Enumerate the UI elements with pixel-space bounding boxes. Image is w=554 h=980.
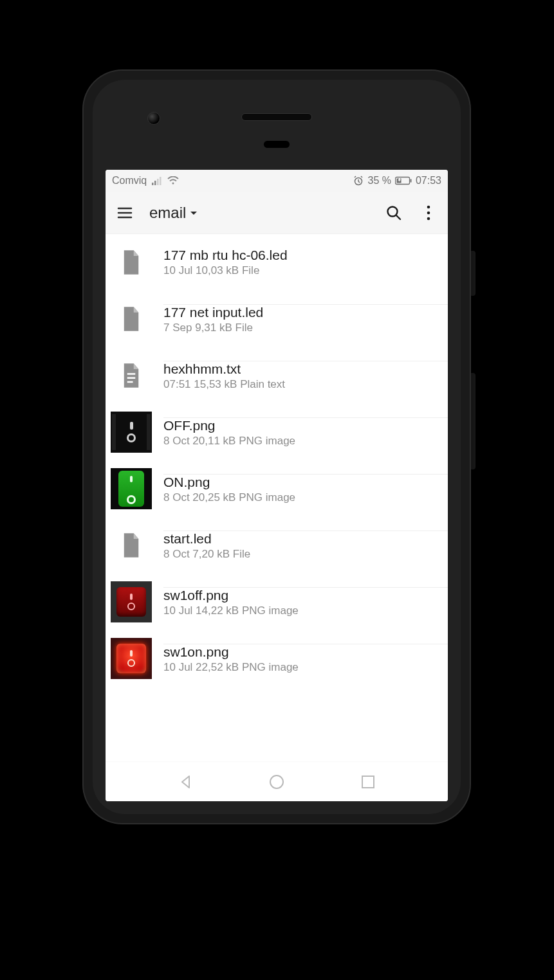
file-meta-label: 10 Jul 10,03 kB File: [163, 264, 440, 277]
earpiece-speaker: [241, 113, 312, 121]
file-row[interactable]: sw1on.png10 Jul 22,52 kB PNG image: [106, 630, 448, 687]
proximity-sensor: [264, 141, 290, 148]
signal-icon: [152, 176, 162, 185]
file-icon: [111, 298, 152, 340]
chevron-down-icon: [189, 208, 199, 218]
phone-frame: Comviq 35 % 07:53: [84, 71, 470, 823]
file-meta-label: 10 Jul 14,22 kB PNG image: [163, 604, 440, 617]
svg-rect-0: [152, 183, 154, 185]
file-icon: [111, 525, 152, 566]
folder-dropdown[interactable]: email: [149, 204, 199, 222]
front-camera: [147, 112, 160, 125]
hamburger-icon: [117, 206, 133, 219]
file-list[interactable]: 177 mb rtu hc-06.led10 Jul 10,03 kB File…: [106, 234, 448, 761]
nav-home-button[interactable]: [266, 771, 288, 793]
text-file-icon: [111, 355, 152, 396]
file-meta-label: 8 Oct 7,20 kB File: [163, 548, 440, 561]
file-name-label: 177 net input.led: [163, 305, 440, 320]
svg-rect-3: [160, 177, 162, 185]
battery-icon: [395, 176, 412, 185]
svg-rect-1: [154, 181, 156, 185]
file-row[interactable]: OFF.png8 Oct 20,11 kB PNG image: [106, 404, 448, 460]
volume-button[interactable]: [469, 373, 476, 469]
svg-point-16: [427, 217, 430, 220]
recents-icon: [361, 775, 375, 789]
image-thumbnail: [111, 468, 152, 509]
file-name-label: ON.png: [163, 475, 440, 490]
image-thumbnail: [111, 581, 152, 622]
file-name-label: start.led: [163, 531, 440, 547]
file-row[interactable]: hexhhmm.txt07:51 15,53 kB Plain text: [106, 347, 448, 404]
nav-recents-button[interactable]: [357, 771, 379, 793]
file-name-label: hexhhmm.txt: [163, 361, 440, 377]
file-row[interactable]: sw1off.png10 Jul 14,22 kB PNG image: [106, 574, 448, 630]
file-name-label: sw1on.png: [163, 644, 440, 660]
file-icon: [111, 242, 152, 283]
hamburger-menu-button[interactable]: [115, 203, 135, 223]
power-button[interactable]: [469, 251, 476, 296]
svg-rect-2: [157, 179, 159, 185]
file-meta-label: 7 Sep 9,31 kB File: [163, 322, 440, 334]
svg-rect-7: [410, 179, 411, 183]
file-name-label: 177 mb rtu hc-06.led: [163, 248, 440, 263]
file-row[interactable]: ON.png8 Oct 20,25 kB PNG image: [106, 460, 448, 517]
folder-title-label: email: [149, 204, 186, 222]
file-name-label: OFF.png: [163, 418, 440, 433]
file-row[interactable]: 177 mb rtu hc-06.led10 Jul 10,03 kB File: [106, 234, 448, 291]
system-nav-bar: [106, 761, 448, 801]
svg-point-4: [172, 183, 174, 185]
wifi-icon: [167, 176, 179, 185]
file-meta-label: 10 Jul 22,52 kB PNG image: [163, 661, 440, 674]
clock-label: 07:53: [416, 175, 441, 186]
file-meta-label: 8 Oct 20,11 kB PNG image: [163, 435, 440, 448]
svg-point-20: [270, 776, 283, 788]
file-meta-label: 07:51 15,53 kB Plain text: [163, 378, 440, 391]
svg-rect-21: [362, 776, 374, 788]
file-row[interactable]: start.led8 Oct 7,20 kB File: [106, 517, 448, 574]
carrier-label: Comviq: [112, 175, 147, 186]
svg-point-14: [427, 205, 430, 208]
search-button[interactable]: [383, 203, 404, 223]
file-row[interactable]: 177 net input.led7 Sep 9,31 kB File: [106, 291, 448, 347]
more-vert-icon: [426, 205, 431, 221]
svg-line-13: [396, 215, 400, 219]
overflow-menu-button[interactable]: [418, 203, 439, 223]
back-icon: [178, 774, 194, 790]
status-bar: Comviq 35 % 07:53: [106, 170, 448, 192]
svg-point-15: [427, 211, 430, 214]
app-bar: email: [106, 192, 448, 234]
search-icon: [385, 204, 402, 221]
battery-percent-label: 35 %: [367, 175, 391, 186]
file-meta-label: 8 Oct 20,25 kB PNG image: [163, 491, 440, 504]
screen: Comviq 35 % 07:53: [106, 170, 448, 801]
home-icon: [268, 774, 285, 790]
image-thumbnail: [111, 412, 152, 453]
nav-back-button[interactable]: [175, 771, 197, 793]
alarm-icon: [353, 176, 364, 186]
file-name-label: sw1off.png: [163, 588, 440, 603]
image-thumbnail: [111, 638, 152, 679]
